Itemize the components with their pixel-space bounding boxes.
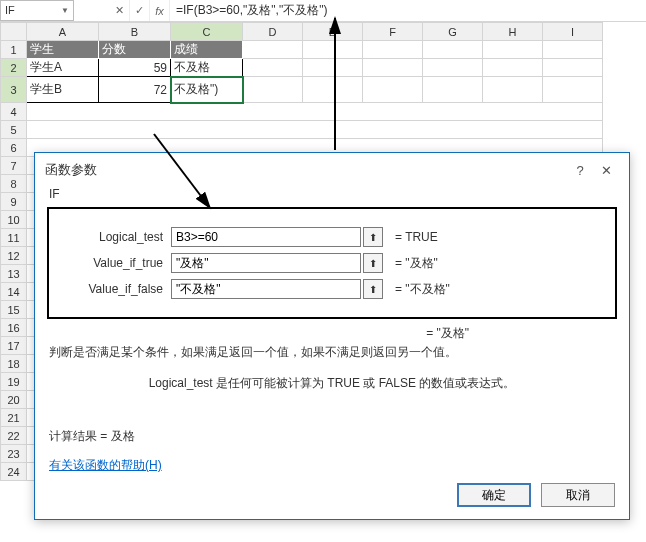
row-header[interactable]: 8: [1, 175, 27, 193]
cell[interactable]: [27, 103, 603, 121]
row-header-3[interactable]: 3: [1, 77, 27, 103]
select-all-corner[interactable]: [1, 23, 27, 41]
col-header-E[interactable]: E: [303, 23, 363, 41]
overall-result: = "及格": [35, 325, 629, 342]
row-header-1[interactable]: 1: [1, 41, 27, 59]
row-header[interactable]: 12: [1, 247, 27, 265]
row-header[interactable]: 22: [1, 427, 27, 445]
row-header[interactable]: 24: [1, 463, 27, 481]
row-header-2[interactable]: 2: [1, 59, 27, 77]
row-header[interactable]: 21: [1, 409, 27, 427]
row-header[interactable]: 16: [1, 319, 27, 337]
arg-label: Value_if_false: [61, 282, 171, 296]
range-select-button[interactable]: ⬆: [363, 227, 383, 247]
cell-A2[interactable]: 学生A: [27, 59, 99, 77]
formula-input[interactable]: =IF(B3>=60,"及格","不及格"): [170, 0, 646, 21]
col-header-D[interactable]: D: [243, 23, 303, 41]
function-help-link[interactable]: 有关该函数的帮助(H): [49, 458, 162, 472]
arg-result: = TRUE: [395, 230, 438, 244]
row-header[interactable]: 11: [1, 229, 27, 247]
cell-B1[interactable]: 分数: [99, 41, 171, 59]
help-link-row: 有关该函数的帮助(H): [35, 451, 629, 480]
function-name-label: IF: [35, 185, 629, 205]
cell-A1[interactable]: 学生: [27, 41, 99, 59]
cell[interactable]: [363, 77, 423, 103]
formula-bar: IF ▼ ✕ ✓ fx =IF(B3>=60,"及格","不及格"): [0, 0, 646, 22]
range-select-button[interactable]: ⬆: [363, 253, 383, 273]
calc-result-line: 计算结果 = 及格: [35, 422, 629, 451]
cell-C3[interactable]: 不及格"): [171, 77, 243, 103]
cell[interactable]: [303, 41, 363, 59]
dialog-title: 函数参数: [45, 161, 567, 179]
col-header-C[interactable]: C: [171, 23, 243, 41]
cell[interactable]: [243, 41, 303, 59]
col-header-B[interactable]: B: [99, 23, 171, 41]
confirm-formula-button[interactable]: ✓: [130, 0, 150, 21]
value-if-true-input[interactable]: [171, 253, 361, 273]
row-header[interactable]: 6: [1, 139, 27, 157]
range-select-button[interactable]: ⬆: [363, 279, 383, 299]
cell[interactable]: [483, 41, 543, 59]
cell[interactable]: [543, 41, 603, 59]
argument-description: Logical_test 是任何可能被计算为 TRUE 或 FALSE 的数值或…: [35, 371, 629, 422]
cell[interactable]: [27, 121, 603, 139]
cancel-formula-button[interactable]: ✕: [110, 0, 130, 21]
cell-C2[interactable]: 不及格: [171, 59, 243, 77]
dialog-buttons: 确定 取消: [457, 483, 615, 507]
col-header-I[interactable]: I: [543, 23, 603, 41]
cell[interactable]: [303, 59, 363, 77]
row-header[interactable]: 17: [1, 337, 27, 355]
cell-B2[interactable]: 59: [99, 59, 171, 77]
cell[interactable]: [243, 59, 303, 77]
cell-C1[interactable]: 成绩: [171, 41, 243, 59]
row-header[interactable]: 13: [1, 265, 27, 283]
cancel-button[interactable]: 取消: [541, 483, 615, 507]
arg-label: Value_if_true: [61, 256, 171, 270]
row-header[interactable]: 18: [1, 355, 27, 373]
cell[interactable]: [483, 59, 543, 77]
cell[interactable]: [543, 77, 603, 103]
cell[interactable]: [303, 77, 363, 103]
chevron-down-icon[interactable]: ▼: [61, 1, 69, 20]
logical-test-input[interactable]: [171, 227, 361, 247]
row-header[interactable]: 7: [1, 157, 27, 175]
col-header-H[interactable]: H: [483, 23, 543, 41]
arg-row-value-if-false: Value_if_false ⬆ = "不及格": [61, 279, 603, 299]
fx-button[interactable]: fx: [150, 0, 170, 21]
cell[interactable]: [423, 41, 483, 59]
row-header[interactable]: 9: [1, 193, 27, 211]
arg-row-value-if-true: Value_if_true ⬆ = "及格": [61, 253, 603, 273]
row-header[interactable]: 4: [1, 103, 27, 121]
cell[interactable]: [363, 59, 423, 77]
row-header[interactable]: 19: [1, 373, 27, 391]
arg-row-logical-test: Logical_test ⬆ = TRUE: [61, 227, 603, 247]
col-header-F[interactable]: F: [363, 23, 423, 41]
col-header-A[interactable]: A: [27, 23, 99, 41]
row-header[interactable]: 5: [1, 121, 27, 139]
arg-result: = "不及格": [395, 281, 450, 298]
value-if-false-input[interactable]: [171, 279, 361, 299]
cell[interactable]: [423, 77, 483, 103]
function-arguments-dialog: 函数参数 ? ✕ IF Logical_test ⬆ = TRUE Value_…: [34, 152, 630, 520]
cell[interactable]: [483, 77, 543, 103]
row-header[interactable]: 15: [1, 301, 27, 319]
function-description: 判断是否满足某个条件，如果满足返回一个值，如果不满足则返回另一个值。: [35, 342, 629, 371]
arguments-box: Logical_test ⬆ = TRUE Value_if_true ⬆ = …: [47, 207, 617, 319]
cell[interactable]: [363, 41, 423, 59]
row-header[interactable]: 10: [1, 211, 27, 229]
row-header[interactable]: 20: [1, 391, 27, 409]
cell[interactable]: [543, 59, 603, 77]
cell[interactable]: [243, 77, 303, 103]
name-box[interactable]: IF ▼: [0, 0, 74, 21]
ok-button[interactable]: 确定: [457, 483, 531, 507]
col-header-G[interactable]: G: [423, 23, 483, 41]
cell-B3[interactable]: 72: [99, 77, 171, 103]
row-header[interactable]: 23: [1, 445, 27, 463]
name-box-value: IF: [5, 1, 15, 20]
dialog-titlebar[interactable]: 函数参数 ? ✕: [35, 153, 629, 185]
row-header[interactable]: 14: [1, 283, 27, 301]
cell[interactable]: [423, 59, 483, 77]
dialog-close-button[interactable]: ✕: [593, 163, 619, 178]
cell-A3[interactable]: 学生B: [27, 77, 99, 103]
dialog-help-button[interactable]: ?: [567, 163, 593, 178]
